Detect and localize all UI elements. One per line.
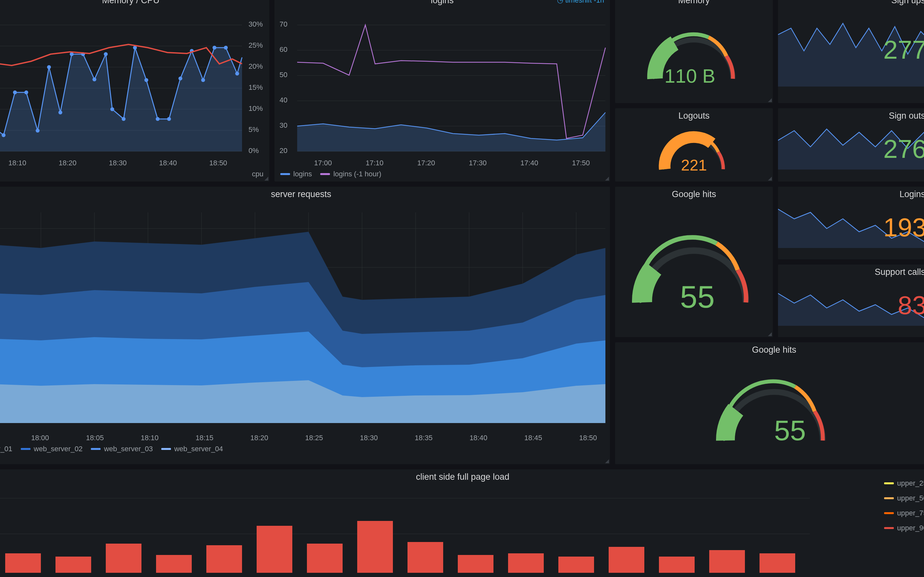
svg-rect-72 xyxy=(206,545,242,573)
resize-handle-icon[interactable] xyxy=(768,98,772,102)
svg-text:20: 20 xyxy=(279,147,288,155)
svg-rect-81 xyxy=(659,556,695,573)
panel-server-requests[interactable]: server requests 18:0018:0518:1018:1518:2… xyxy=(0,187,610,464)
panel-stat-signups[interactable]: Sign ups 277 xyxy=(778,0,924,103)
svg-rect-71 xyxy=(156,555,192,573)
svg-point-16 xyxy=(13,90,17,94)
svg-text:30%: 30% xyxy=(249,20,263,28)
legend[interactable]: r_01 web_server_02 web_server_03 web_ser… xyxy=(0,442,610,457)
svg-point-21 xyxy=(70,52,74,56)
svg-text:0%: 0% xyxy=(249,147,259,155)
panel-memory-cpu[interactable]: Memory / CPU 30% 25% 20% 15% 10% 5% 0% 1… xyxy=(0,0,269,182)
svg-point-15 xyxy=(2,133,5,137)
panel-stat-support[interactable]: Support calls 83 xyxy=(778,264,924,337)
chart-page-load[interactable] xyxy=(0,482,810,573)
panel-title: Google hits xyxy=(615,187,773,199)
resize-handle-icon[interactable] xyxy=(605,177,609,181)
panel-gauge-logouts[interactable]: Logouts 221 xyxy=(615,108,773,182)
panel-title: client side full page load xyxy=(0,469,924,482)
resize-handle-icon[interactable] xyxy=(605,459,609,463)
svg-rect-83 xyxy=(759,553,795,573)
svg-text:10%: 10% xyxy=(249,105,263,113)
svg-point-17 xyxy=(24,90,28,94)
svg-point-24 xyxy=(104,52,108,56)
svg-rect-69 xyxy=(55,556,91,573)
panel-gauge-memory[interactable]: Memory 110 B xyxy=(615,0,773,103)
chart-server-requests[interactable] xyxy=(0,199,610,433)
svg-point-23 xyxy=(92,77,96,81)
svg-text:50: 50 xyxy=(279,71,288,79)
svg-point-28 xyxy=(144,78,148,82)
panel-title: Sign outs xyxy=(778,108,924,121)
svg-rect-73 xyxy=(257,526,292,573)
svg-rect-75 xyxy=(357,521,393,573)
clock-icon: ◷ xyxy=(557,0,563,4)
panel-gauge-googlehits2[interactable]: Google hits 55 xyxy=(615,342,924,464)
svg-point-33 xyxy=(201,78,205,82)
svg-text:25%: 25% xyxy=(249,41,263,49)
svg-rect-68 xyxy=(5,553,41,573)
svg-point-29 xyxy=(156,117,160,121)
resize-handle-icon[interactable] xyxy=(768,332,772,336)
svg-rect-76 xyxy=(407,542,443,573)
chart-logins[interactable]: 70 60 50 40 30 20 xyxy=(275,5,610,158)
panel-title: Memory / CPU xyxy=(0,0,269,5)
svg-text:20%: 20% xyxy=(249,62,263,70)
legend[interactable]: cpu xyxy=(0,167,269,182)
panel-stat-signouts[interactable]: Sign outs 276 xyxy=(778,108,924,182)
legend[interactable]: logins logins (-1 hour) xyxy=(275,167,610,182)
svg-text:15%: 15% xyxy=(249,83,263,92)
svg-point-25 xyxy=(110,107,114,111)
timeshift-badge[interactable]: ◷ timeshift -1h xyxy=(557,0,604,5)
svg-rect-82 xyxy=(709,550,745,573)
panel-title: Logins xyxy=(778,187,924,199)
panel-title: Memory xyxy=(615,0,773,5)
panel-gauge-googlehits1[interactable]: Google hits 55 xyxy=(615,187,773,337)
svg-rect-80 xyxy=(609,547,645,573)
svg-text:70: 70 xyxy=(279,20,288,28)
panel-page-load[interactable]: client side full page load upper_25 uppe… xyxy=(0,469,924,577)
svg-point-26 xyxy=(122,117,126,121)
panel-title: Sign ups xyxy=(778,0,924,5)
panel-title: Google hits xyxy=(615,342,924,355)
svg-text:5%: 5% xyxy=(249,126,259,134)
svg-point-18 xyxy=(36,129,40,132)
svg-text:60: 60 xyxy=(279,45,288,53)
svg-point-20 xyxy=(58,111,62,114)
svg-point-35 xyxy=(224,46,228,50)
resize-handle-icon[interactable] xyxy=(768,177,772,181)
svg-rect-74 xyxy=(307,544,342,573)
svg-point-31 xyxy=(178,76,183,81)
svg-point-36 xyxy=(235,72,239,76)
resize-handle-icon[interactable] xyxy=(265,177,268,181)
svg-rect-77 xyxy=(458,555,493,573)
panel-title: Support calls xyxy=(778,264,924,277)
svg-rect-79 xyxy=(558,556,594,573)
legend[interactable]: upper_25 upper_50 upper_75 upper_90 xyxy=(884,479,924,532)
panel-title: Logouts xyxy=(615,108,773,121)
svg-point-19 xyxy=(47,65,51,69)
panel-logins-chart[interactable]: logins ◷ timeshift -1h 70 60 50 40 30 20… xyxy=(275,0,610,182)
svg-text:40: 40 xyxy=(279,96,288,104)
svg-text:30: 30 xyxy=(279,121,288,129)
svg-rect-70 xyxy=(106,544,141,573)
panel-title: server requests xyxy=(0,187,610,199)
panel-stat-logins[interactable]: Logins 193 xyxy=(778,187,924,259)
chart-memory-cpu[interactable]: 30% 25% 20% 15% 10% 5% 0% xyxy=(0,5,269,158)
svg-point-34 xyxy=(213,46,216,50)
svg-point-30 xyxy=(167,117,171,121)
svg-rect-78 xyxy=(508,553,544,573)
